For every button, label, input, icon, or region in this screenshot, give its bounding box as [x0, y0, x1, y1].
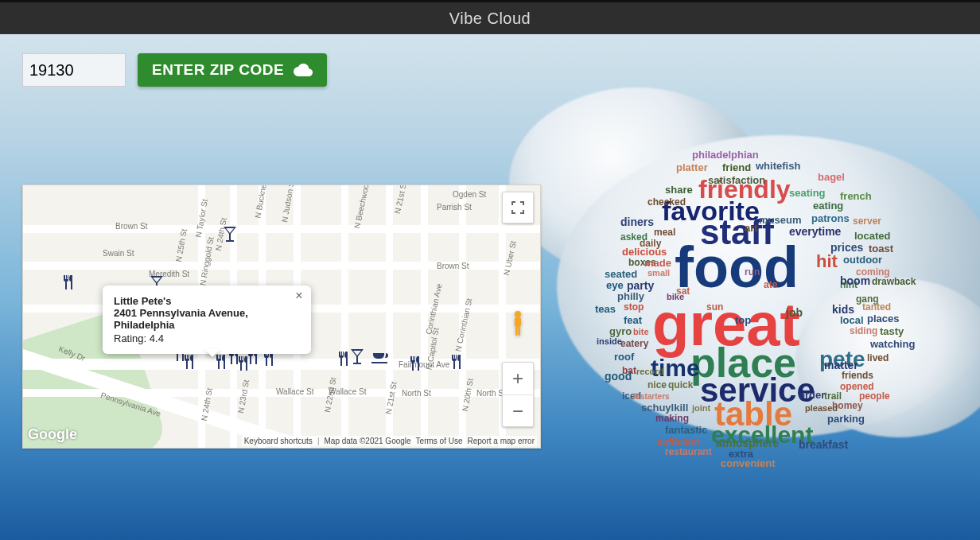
app-title: Vibe Cloud [449, 10, 531, 28]
wordcloud-word: bike [667, 293, 684, 301]
wordcloud-word: quick [668, 380, 693, 390]
map-surface[interactable]: Ogden St Parrish St Brown St N 21st St N… [23, 185, 540, 448]
wordcloud-word: record [636, 367, 663, 376]
enter-zip-button[interactable]: ENTER ZIP CODE [138, 53, 327, 87]
wordcloud-word: order [799, 390, 825, 400]
wordcloud-word: roof [614, 352, 634, 362]
wordcloud-word: boom [840, 275, 870, 286]
street-label: Parrish St [437, 203, 472, 212]
wordcloud-word: local [840, 315, 864, 325]
fork-marker-icon[interactable] [182, 354, 196, 370]
wordcloud-word: breakfast [799, 439, 848, 450]
wordcloud-word: patrons [811, 213, 850, 223]
info-rating-value: 4.4 [150, 332, 164, 344]
wordcloud-word: stop [624, 302, 644, 312]
wordcloud-word: small [648, 269, 670, 278]
wordcloud-word: fantastic [665, 425, 707, 435]
wordcloud-word: job [786, 307, 803, 318]
wordcloud-word: top [735, 315, 751, 325]
enter-zip-label: ENTER ZIP CODE [152, 61, 284, 79]
wordcloud-word: delicious [622, 247, 667, 257]
wordcloud-word: friend [722, 162, 751, 173]
keyboard-shortcuts-link[interactable]: Keyboard shortcuts [244, 437, 313, 445]
wordcloud-word: lived [867, 353, 889, 363]
svg-rect-3 [519, 327, 521, 336]
info-rating: Rating: 4.4 [114, 332, 300, 344]
wordcloud-word: pleased [805, 404, 838, 413]
wordcloud-word: joint [692, 404, 710, 413]
wordcloud-word: philly [617, 291, 644, 301]
zoom-out-button[interactable]: − [502, 394, 534, 426]
street-label: N 25th St [174, 228, 189, 262]
search-controls: ENTER ZIP CODE [22, 53, 327, 87]
wordcloud-word: people [859, 391, 890, 401]
street-label: N 21st St [393, 185, 408, 215]
wordcloud-word: atmosphere [716, 437, 779, 449]
street-label: Swain St [103, 249, 134, 258]
info-address: 2401 Pennsylvania Avenue, Philadelphia [114, 307, 300, 331]
wordcloud-word: ate [764, 280, 777, 289]
zoom-in-button[interactable]: + [502, 363, 534, 394]
wordcloud-word: whitefish [756, 161, 800, 171]
street-label: Wallace St [329, 387, 366, 396]
report-error-link[interactable]: Report a map error [468, 437, 535, 445]
wordcloud-word: toast [869, 243, 893, 254]
fullscreen-button[interactable] [502, 192, 534, 223]
pegman-icon[interactable] [502, 305, 534, 343]
terms-link[interactable]: Terms of Use [416, 437, 463, 445]
fork-marker-icon[interactable] [408, 355, 422, 371]
map-data-label: Map data ©2021 Google [324, 437, 410, 445]
street-label: Brown St [115, 222, 148, 231]
map-attribution: Keyboard shortcuts | Map data ©2021 Goog… [242, 436, 537, 446]
wordcloud-word: parking [827, 414, 865, 424]
wordcloud-word: checked [648, 197, 686, 207]
wordcloud-word: schuylkill [641, 402, 688, 413]
info-title: Little Pete's [114, 295, 300, 307]
martini-marker-icon[interactable] [222, 225, 238, 243]
wordcloud-word: philadelphian [692, 150, 759, 160]
wordcloud-word: seating [789, 188, 826, 198]
wordcloud-word: server [853, 216, 881, 226]
street-label: Ogden St [453, 190, 486, 199]
wordcloud-word: teas [595, 304, 616, 314]
wordcloud-word: making [655, 414, 689, 423]
street-label: Wallace St [276, 387, 313, 396]
wordcloud-word: inside [597, 337, 622, 346]
wordcloud-word: hit [816, 253, 838, 270]
wordcloud-word: siding [850, 326, 877, 336]
wordcloud-word: festarters [633, 393, 670, 401]
close-icon[interactable]: × [292, 289, 306, 303]
svg-rect-1 [515, 317, 521, 327]
wordcloud-word: good [605, 371, 632, 382]
wordcloud-word: made [644, 258, 671, 268]
svg-rect-2 [515, 327, 518, 336]
martini-marker-icon[interactable] [349, 348, 365, 365]
separator: | [317, 437, 320, 445]
wordcloud-word: run [745, 267, 760, 277]
fork-marker-icon[interactable] [61, 274, 76, 290]
wordcloud-word: nice [648, 380, 667, 390]
wordcloud-word: gyro [609, 326, 632, 336]
wordcloud-word: convenient [721, 458, 776, 468]
cloud-icon [294, 64, 313, 76]
wordcloud-word: outdoor [843, 254, 882, 265]
coffee-marker-icon[interactable] [371, 351, 389, 365]
wordcloud-word: prices [830, 242, 863, 253]
info-rating-label: Rating: [114, 332, 150, 344]
wordcloud-word: matter [824, 359, 858, 371]
wordcloud-word: party [627, 280, 654, 291]
map-road [341, 185, 348, 448]
wordcloud-word: sun [706, 302, 723, 312]
wordcloud-word: everytime [789, 226, 841, 237]
wordcloud-word: art [745, 223, 758, 233]
map-panel[interactable]: Ogden St Parrish St Brown St N 21st St N… [22, 185, 541, 449]
google-logo: Google [28, 426, 77, 443]
wordcloud-word: share [665, 185, 693, 195]
zip-input[interactable] [22, 53, 126, 87]
fork-marker-icon[interactable] [449, 354, 464, 370]
wordcloud-word: kids [832, 304, 854, 315]
wordcloud-word: eatery [620, 339, 648, 348]
wordcloud-word: meal [654, 227, 675, 237]
wordcloud-word: drawback [872, 277, 916, 286]
zoom-controls: + − [502, 362, 534, 427]
